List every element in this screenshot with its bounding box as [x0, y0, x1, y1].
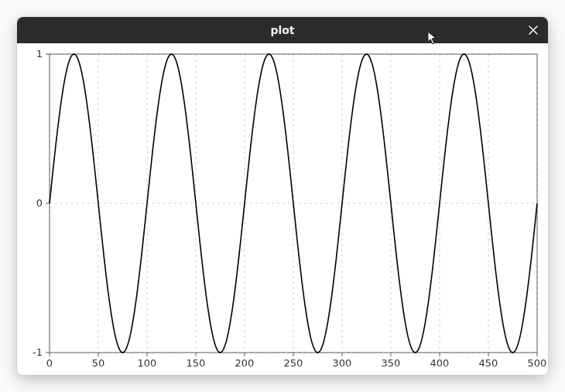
plot-window: plot 050100150200250300350400450500-101 — [17, 17, 548, 375]
y-tick-label: -1 — [33, 346, 43, 358]
window-title: plot — [270, 24, 294, 36]
y-tick-label: 1 — [36, 48, 43, 60]
x-tick-label: 300 — [333, 357, 352, 369]
x-tick-label: 0 — [46, 357, 53, 369]
x-tick-label: 350 — [382, 357, 401, 369]
plot-content: 050100150200250300350400450500-101 — [17, 43, 548, 375]
close-icon — [529, 26, 538, 35]
x-tick-label: 500 — [528, 357, 547, 369]
titlebar[interactable]: plot — [17, 17, 548, 43]
x-tick-label: 150 — [187, 357, 206, 369]
x-tick-label: 250 — [284, 357, 303, 369]
x-tick-label: 200 — [235, 357, 255, 369]
close-button[interactable] — [523, 20, 543, 40]
x-tick-label: 450 — [479, 357, 498, 369]
y-tick-label: 0 — [36, 197, 43, 209]
x-tick-label: 100 — [138, 357, 157, 369]
line-chart: 050100150200250300350400450500-101 — [17, 43, 548, 375]
x-tick-label: 400 — [430, 357, 450, 369]
x-tick-label: 50 — [92, 357, 105, 369]
